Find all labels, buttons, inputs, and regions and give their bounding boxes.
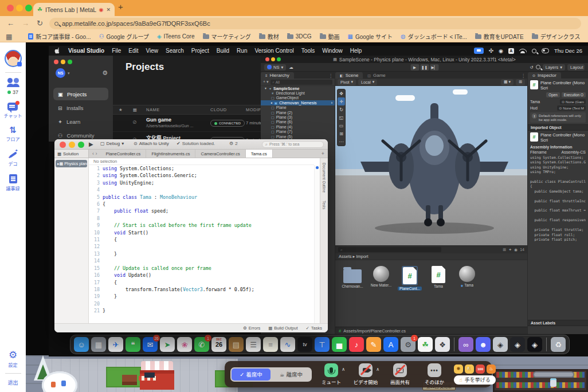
new-tab-button[interactable]: + — [118, 2, 123, 11]
dock-photos[interactable]: ❀ — [177, 337, 192, 352]
hierarchy-tab[interactable]: ≡Hierarchy — [261, 72, 294, 79]
bookmark-item[interactable]: ◈ITeens Core — [157, 32, 195, 41]
hierarchy-item[interactable]: ▢Plane (5) — [261, 134, 335, 139]
dock-app-store[interactable]: A — [383, 337, 398, 352]
reaction-fire[interactable]: ♨ — [487, 364, 496, 374]
aircraft-model[interactable] — [357, 93, 512, 243]
members-button[interactable]: 37 — [7, 78, 19, 95]
input-source-icon[interactable]: A — [508, 48, 514, 54]
unity-zoom-button[interactable] — [277, 57, 281, 61]
address-bar[interactable]: app.metalife.co.jp/spaces/9aBa9eG7fDQRF3… — [49, 18, 581, 29]
wifi-icon[interactable] — [519, 48, 527, 53]
menu-version-control[interactable]: Version Control — [254, 48, 293, 54]
unity-search-icon[interactable] — [536, 65, 540, 69]
dock-reminders[interactable]: ☰ — [246, 337, 261, 352]
hub-project-row[interactable]: ⊘Gun game/Users/santouseiko/Gun ...CONNE… — [113, 115, 261, 132]
hub-column-name[interactable]: NAME — [146, 107, 160, 112]
dock-music[interactable]: ♪ — [349, 337, 364, 352]
inspector-tab[interactable]: ⊙Inspector — [528, 72, 561, 79]
hub-account-menu[interactable]: NS ▾ — [56, 68, 70, 78]
back-button[interactable]: ← — [7, 19, 14, 28]
cloud-icon[interactable]: ☁ — [289, 65, 293, 70]
project-search-input[interactable]: ⌕ — [338, 247, 441, 252]
pause-button[interactable]: ❚❚ — [420, 64, 429, 70]
hub-nav-installs[interactable]: ⊟Installs — [53, 101, 108, 114]
attach-to-unity-button[interactable]: ⊙ Attach to Unity — [134, 141, 169, 146]
seated-toggle[interactable]: ✓ 着席中 — [232, 369, 271, 381]
sidebar-item-settings[interactable]: ⚙ 設定 — [9, 351, 18, 368]
dock-contacts[interactable]: ▤ — [229, 337, 244, 352]
menu-edit[interactable]: Edit — [128, 48, 138, 54]
menu-project[interactable]: Project — [191, 48, 209, 54]
dock-finder[interactable]: ☺ — [74, 337, 89, 352]
reload-button[interactable]: ↻ — [37, 19, 43, 28]
dock-apple-tv[interactable]: tv — [297, 337, 312, 352]
reaction-hundred[interactable]: 100 — [476, 364, 485, 374]
raise-hand-button[interactable]: ☝手を挙げる — [454, 375, 496, 385]
hierarchy-item[interactable]: ▢Plane (2) — [261, 110, 335, 115]
dock-keynote[interactable]: ⊤ — [315, 337, 330, 352]
dock-pages[interactable]: ✎ — [366, 337, 381, 352]
play-button[interactable]: ▶ — [410, 64, 419, 70]
local-toggle[interactable]: Local ▾ — [358, 79, 377, 85]
bookmark-item[interactable]: ⚇Google グループ — [99, 32, 148, 41]
status-errors[interactable]: ⚙Errors — [243, 326, 260, 331]
pivot-toggle[interactable]: Pivot ▾ — [338, 79, 356, 85]
errors-badge[interactable]: ⚙ 2 — [229, 141, 238, 146]
new-tab-icon[interactable]: + — [318, 150, 328, 158]
dock-launchpad[interactable]: ▦ — [91, 337, 106, 352]
user-avatar[interactable] — [5, 50, 22, 67]
unity-minimize-button[interactable] — [271, 57, 275, 61]
menu-file[interactable]: File — [112, 48, 121, 54]
kebab-menu-icon[interactable]: ⋮ — [327, 73, 335, 79]
bookmark-item[interactable]: マーケティング — [203, 32, 251, 41]
status-build-output[interactable]: ▦Build Output — [268, 326, 297, 331]
reaction-clap[interactable]: ✺ — [454, 364, 463, 374]
bookmark-item[interactable]: ▦Google サイト — [348, 32, 393, 41]
browser-tab[interactable]: ☘ ITeens Lab | MetaLife ◉ ✕ — [33, 3, 115, 16]
dock-calendar[interactable]: DEC26 — [211, 337, 226, 352]
control-center-icon[interactable] — [542, 48, 549, 53]
record-icon[interactable]: ◉ — [499, 48, 503, 54]
fan-icon[interactable]: ✣ — [489, 48, 493, 54]
sidebar-item-chat[interactable]: チャット — [4, 103, 22, 119]
bookmark-item[interactable]: デザインクラス — [532, 32, 581, 41]
bookmark-item[interactable]: 教材 — [259, 32, 279, 41]
editor-tab[interactable]: PlaneController.cs — [101, 150, 147, 158]
hub-minimize-button[interactable] — [61, 60, 65, 64]
dock-unity-2[interactable]: ◈ — [527, 337, 542, 352]
dock-numbers[interactable]: ▅ — [332, 337, 347, 352]
code-editor[interactable]: 123456789101112131415161718192021 using … — [89, 165, 314, 323]
hierarchy-item[interactable]: ▢Plane (3) — [261, 115, 335, 119]
dock-mail[interactable]: ✉26 — [143, 337, 158, 352]
snap-settings-button[interactable]: ⊞ — [516, 79, 525, 85]
video-start-button[interactable] — [359, 363, 373, 377]
move-tool[interactable]: ✛ — [338, 97, 345, 105]
grid-column-icon[interactable]: ▦ — [133, 107, 137, 112]
project-breadcrumb[interactable]: Assets ▸ Import — [335, 253, 527, 260]
screen-sharing-indicator-icon[interactable] — [474, 48, 484, 54]
view-tool[interactable]: ✥ — [338, 89, 345, 97]
dock-safari[interactable]: ✈ — [108, 337, 123, 352]
menu-run[interactable]: Run — [237, 48, 247, 54]
project-asset[interactable]: #Tama — [425, 266, 452, 288]
mic-options-chevron[interactable]: ∧ — [342, 367, 345, 372]
side-tab-tests[interactable]: Tests — [322, 201, 326, 209]
menu-bar-clock[interactable]: Thu Dec 26 — [554, 48, 582, 54]
active-app-name[interactable]: Visual Studio — [68, 48, 104, 54]
dock-freeform[interactable]: ∿ — [280, 337, 295, 352]
dock-facetime[interactable]: ✆1 — [194, 337, 209, 352]
bookmark-item[interactable]: 新コア議事録 - Goo... — [28, 32, 91, 41]
dock-visual-studio[interactable]: ∞ — [458, 337, 473, 352]
tab-close-icon[interactable]: ✕ — [106, 7, 111, 13]
more-tools[interactable]: ⋯ — [338, 138, 345, 146]
window-minimize-button[interactable] — [16, 5, 23, 11]
hierarchy-item[interactable]: ▸▣Chernovan_Nemesis› — [261, 100, 335, 105]
grid-visibility-button[interactable]: ▦ ▾ — [501, 79, 513, 85]
dock-roblox[interactable]: ❖ — [435, 337, 450, 352]
dock-unity-hub[interactable]: ◈ — [493, 337, 508, 352]
sidebar-item-deco[interactable]: デコ — [8, 150, 18, 167]
add-object-button[interactable]: + ▾ — [263, 80, 269, 84]
menu-view[interactable]: View — [146, 48, 159, 54]
expand-arrow-icon[interactable]: ▼ — [264, 87, 267, 90]
